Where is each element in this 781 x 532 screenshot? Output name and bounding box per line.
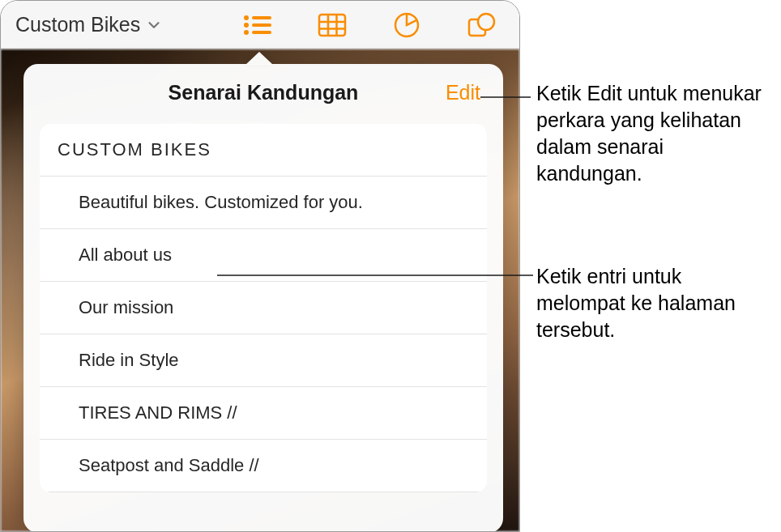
toolbar-button-group bbox=[239, 10, 510, 40]
chart-view-button[interactable] bbox=[388, 10, 425, 40]
callout-entry: Ketik entri untuk melompat ke halaman te… bbox=[536, 263, 747, 343]
toc-item[interactable]: TIRES AND RIMS // bbox=[40, 387, 487, 440]
table-view-button[interactable] bbox=[314, 10, 351, 40]
toolbar: Custom Bikes bbox=[1, 1, 519, 49]
toc-item[interactable]: Our mission bbox=[40, 282, 487, 334]
document-title: Custom Bikes bbox=[15, 13, 140, 36]
svg-rect-6 bbox=[319, 15, 345, 36]
toc-item[interactable]: Beautiful bikes. Customized for you. bbox=[40, 177, 487, 229]
toc-item[interactable]: Ride in Style bbox=[40, 334, 487, 387]
svg-rect-1 bbox=[252, 16, 271, 19]
callout-edit: Ketik Edit untuk menukar perkara yang ke… bbox=[536, 80, 771, 187]
chevron-down-icon bbox=[145, 16, 163, 34]
edit-button[interactable]: Edit bbox=[446, 81, 480, 104]
toc-view-button[interactable] bbox=[239, 10, 276, 40]
popover-title: Senarai Kandungan bbox=[169, 81, 359, 104]
popover-arrow bbox=[245, 52, 273, 65]
toc-popover: Senarai Kandungan Edit CUSTOM BIKES Beau… bbox=[23, 64, 503, 532]
svg-point-0 bbox=[244, 15, 249, 20]
svg-point-13 bbox=[478, 14, 494, 30]
document-title-dropdown[interactable]: Custom Bikes bbox=[15, 13, 163, 36]
shapes-view-button[interactable] bbox=[463, 10, 500, 40]
svg-rect-5 bbox=[252, 31, 271, 34]
svg-point-4 bbox=[244, 30, 249, 35]
svg-point-2 bbox=[244, 23, 249, 28]
toc-item[interactable]: Seatpost and Saddle // bbox=[40, 440, 487, 492]
toc-list: CUSTOM BIKES Beautiful bikes. Customized… bbox=[40, 124, 487, 492]
popover-header: Senarai Kandungan Edit bbox=[23, 64, 503, 121]
app-window: Custom Bikes bbox=[0, 0, 520, 532]
toc-item[interactable]: CUSTOM BIKES bbox=[40, 124, 487, 177]
svg-rect-3 bbox=[252, 23, 271, 27]
